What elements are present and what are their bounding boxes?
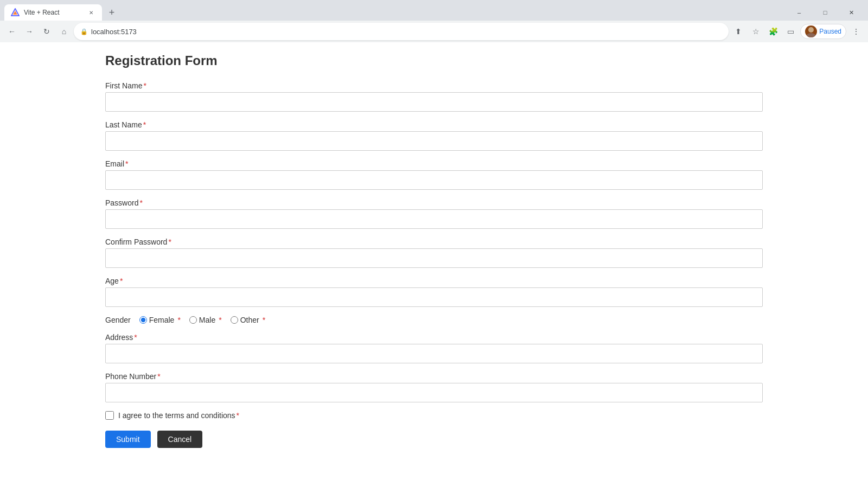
required-indicator: * <box>134 333 137 342</box>
required-indicator: * <box>139 198 142 207</box>
gender-female-option[interactable]: Female* <box>139 316 181 324</box>
phone-group: Phone Number* <box>105 372 763 402</box>
home-button[interactable]: ⌂ <box>56 24 72 39</box>
maximize-button[interactable]: □ <box>813 4 838 21</box>
profile-button[interactable]: Paused <box>800 24 846 39</box>
email-input[interactable] <box>105 170 763 190</box>
profile-label: Paused <box>819 28 841 35</box>
gender-male-radio[interactable] <box>189 316 197 324</box>
first-name-input[interactable] <box>105 92 763 112</box>
back-button[interactable]: ← <box>4 24 20 39</box>
password-label: Password* <box>105 198 763 207</box>
required-indicator: * <box>120 277 123 285</box>
age-label: Age* <box>105 277 763 285</box>
confirm-password-label: Confirm Password* <box>105 238 763 246</box>
address-group: Address* <box>105 333 763 363</box>
gender-male-option[interactable]: Male* <box>189 316 222 324</box>
required-indicator: * <box>157 372 160 381</box>
lock-icon: 🔒 <box>80 28 88 35</box>
address-label: Address* <box>105 333 763 342</box>
gender-other-option[interactable]: Other* <box>231 316 265 324</box>
page-content: Registration Form First Name* Last Name*… <box>0 42 868 487</box>
last-name-label: Last Name* <box>105 120 763 129</box>
forward-button[interactable]: → <box>22 24 37 39</box>
confirm-password-input[interactable] <box>105 248 763 268</box>
new-tab-button[interactable]: + <box>104 5 119 20</box>
submit-button[interactable]: Submit <box>105 431 151 448</box>
terms-group: I agree to the terms and conditions* <box>105 411 763 420</box>
sidebar-icon[interactable]: ▭ <box>783 24 798 39</box>
required-indicator: * <box>143 120 146 129</box>
svg-point-3 <box>806 33 816 37</box>
refresh-button[interactable]: ↻ <box>39 24 54 39</box>
password-input[interactable] <box>105 209 763 229</box>
minimize-button[interactable]: – <box>787 4 812 21</box>
last-name-input[interactable] <box>105 131 763 151</box>
password-group: Password* <box>105 198 763 229</box>
email-label: Email* <box>105 159 763 168</box>
browser-tab[interactable]: Vite + React ✕ <box>4 4 102 21</box>
gender-label: Gender <box>105 316 131 324</box>
address-bar[interactable]: 🔒 localhost:5173 <box>74 23 729 40</box>
avatar <box>805 25 817 37</box>
close-button[interactable]: ✕ <box>839 4 864 21</box>
age-input[interactable] <box>105 287 763 307</box>
last-name-group: Last Name* <box>105 120 763 151</box>
terms-checkbox[interactable] <box>105 411 114 420</box>
phone-input[interactable] <box>105 383 763 402</box>
age-group: Age* <box>105 277 763 307</box>
required-indicator: * <box>237 411 239 420</box>
share-icon[interactable]: ⬆ <box>731 24 746 39</box>
menu-icon[interactable]: ⋮ <box>848 24 864 39</box>
email-group: Email* <box>105 159 763 190</box>
form-buttons: Submit Cancel <box>105 431 763 448</box>
url-text: localhost:5173 <box>91 28 722 36</box>
tab-title: Vite + React <box>24 9 82 16</box>
address-input[interactable] <box>105 344 763 363</box>
required-indicator: * <box>125 159 128 168</box>
tab-close-button[interactable]: ✕ <box>87 8 95 17</box>
svg-point-2 <box>808 27 814 33</box>
required-indicator: * <box>143 81 146 90</box>
gender-other-radio[interactable] <box>231 316 238 324</box>
confirm-password-group: Confirm Password* <box>105 238 763 268</box>
extensions-icon[interactable]: 🧩 <box>765 24 781 39</box>
gender-female-radio[interactable] <box>139 316 147 324</box>
gender-group: Gender Female* Male* Other* <box>105 316 763 324</box>
required-indicator: * <box>168 238 171 246</box>
form-title: Registration Form <box>105 53 763 68</box>
bookmark-icon[interactable]: ☆ <box>748 24 763 39</box>
cancel-button[interactable]: Cancel <box>157 431 203 448</box>
tab-favicon <box>11 8 20 17</box>
terms-label[interactable]: I agree to the terms and conditions* <box>118 411 239 420</box>
phone-label: Phone Number* <box>105 372 763 381</box>
first-name-group: First Name* <box>105 81 763 112</box>
first-name-label: First Name* <box>105 81 763 90</box>
